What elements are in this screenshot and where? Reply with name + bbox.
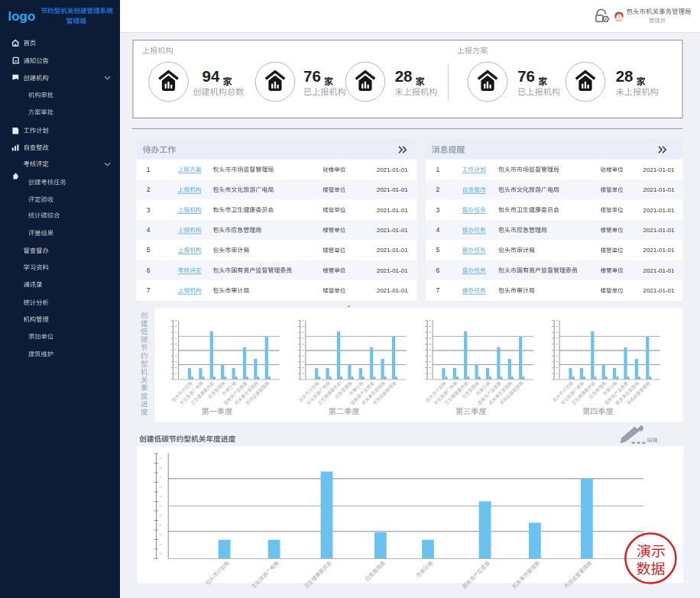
svg-text:94: 94 (203, 67, 220, 85)
svg-text:1: 1 (147, 166, 151, 173)
svg-text:2021-01-01: 2021-01-01 (643, 207, 675, 214)
svg-text:28: 28 (395, 67, 413, 85)
svg-text:5: 5 (147, 246, 151, 254)
svg-text:2021-01-01: 2021-01-01 (377, 247, 408, 254)
svg-text:6: 6 (436, 267, 439, 274)
svg-text:2021-01-01: 2021-01-01 (643, 166, 675, 173)
svg-text:7: 7 (436, 286, 439, 294)
svg-text:2021-01-01: 2021-01-01 (377, 207, 408, 214)
svg-text:2021-01-01: 2021-01-01 (377, 227, 408, 234)
svg-text:7: 7 (147, 286, 151, 294)
svg-text:2021-01-01: 2021-01-01 (377, 186, 408, 193)
svg-text:1: 1 (436, 166, 439, 173)
svg-text:3: 3 (436, 206, 439, 214)
svg-text:4: 4 (436, 226, 439, 234)
svg-text:2: 2 (436, 186, 439, 193)
svg-text:logo: logo (8, 9, 36, 24)
svg-text:2021-01-01: 2021-01-01 (643, 227, 675, 234)
svg-text:2: 2 (147, 186, 151, 193)
svg-text:5: 5 (436, 246, 439, 254)
svg-text:2021-01-01: 2021-01-01 (377, 287, 408, 294)
svg-text:2021-01-01: 2021-01-01 (377, 267, 408, 274)
svg-text:2021-01-01: 2021-01-01 (643, 267, 675, 274)
svg-text:76: 76 (517, 67, 535, 85)
svg-text:28: 28 (616, 67, 634, 85)
svg-text:4: 4 (147, 226, 151, 234)
svg-text:2021-01-01: 2021-01-01 (643, 247, 675, 254)
svg-text:76: 76 (303, 67, 321, 85)
svg-text:3: 3 (147, 206, 151, 214)
svg-text:6: 6 (147, 267, 151, 274)
svg-text:2021-01-01: 2021-01-01 (643, 186, 675, 193)
svg-text:2021-01-01: 2021-01-01 (377, 166, 408, 173)
svg-text:2021-01-01: 2021-01-01 (643, 287, 675, 294)
